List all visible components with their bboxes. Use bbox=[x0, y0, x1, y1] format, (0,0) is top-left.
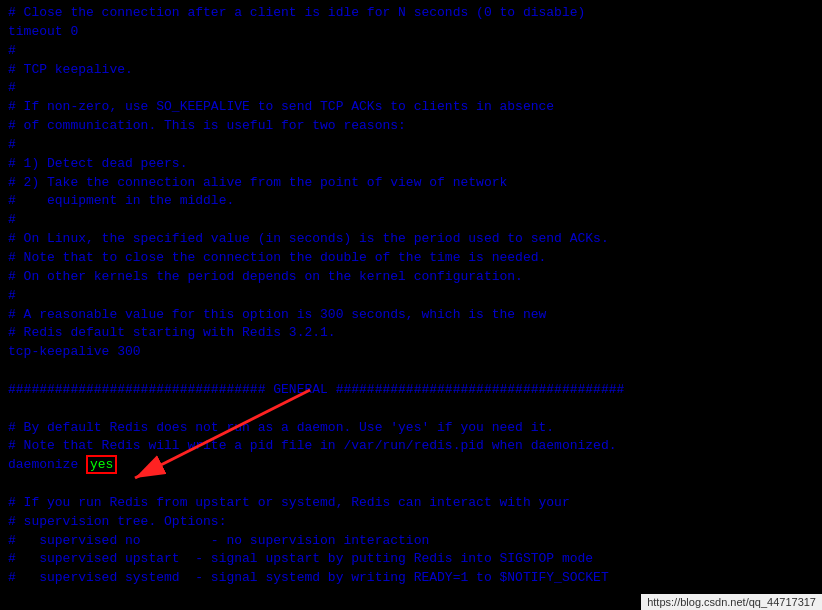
line-4: # TCP keepalive. bbox=[8, 61, 814, 80]
line-8: # bbox=[8, 136, 814, 155]
line-23: # By default Redis does not run as a dae… bbox=[8, 419, 814, 438]
line-29: # supervised upstart - signal upstart by… bbox=[8, 550, 814, 569]
line-5: # bbox=[8, 79, 814, 98]
line-12: # bbox=[8, 211, 814, 230]
line-21: ################################# GENERA… bbox=[8, 381, 814, 400]
daemonize-value: yes bbox=[86, 455, 117, 474]
line-18: # Redis default starting with Redis 3.2.… bbox=[8, 324, 814, 343]
url-bar: https://blog.csdn.net/qq_44717317 bbox=[641, 594, 822, 610]
line-30: # supervised systemd - signal systemd by… bbox=[8, 569, 814, 588]
line-22 bbox=[8, 400, 814, 419]
line-2: timeout 0 bbox=[8, 23, 814, 42]
terminal: # Close the connection after a client is… bbox=[0, 0, 822, 610]
line-24: # Note that Redis will write a pid file … bbox=[8, 437, 814, 456]
line-28: # supervised no - no supervision interac… bbox=[8, 532, 814, 551]
line-6: # If non-zero, use SO_KEEPALIVE to send … bbox=[8, 98, 814, 117]
line-3: # bbox=[8, 42, 814, 61]
url-text: https://blog.csdn.net/qq_44717317 bbox=[647, 596, 816, 608]
line-27: # supervision tree. Options: bbox=[8, 513, 814, 532]
line-9: # 1) Detect dead peers. bbox=[8, 155, 814, 174]
line-10: # 2) Take the connection alive from the … bbox=[8, 174, 814, 193]
line-16: # bbox=[8, 287, 814, 306]
line-7: # of communication. This is useful for t… bbox=[8, 117, 814, 136]
line-19: tcp-keepalive 300 bbox=[8, 343, 814, 362]
line-14: # Note that to close the connection the … bbox=[8, 249, 814, 268]
line-17: # A reasonable value for this option is … bbox=[8, 306, 814, 325]
daemonize-line: daemonize yes bbox=[8, 456, 814, 475]
line-1: # Close the connection after a client is… bbox=[8, 4, 814, 23]
line-25 bbox=[8, 475, 814, 494]
line-26: # If you run Redis from upstart or syste… bbox=[8, 494, 814, 513]
line-20 bbox=[8, 362, 814, 381]
line-13: # On Linux, the specified value (in seco… bbox=[8, 230, 814, 249]
line-15: # On other kernels the period depends on… bbox=[8, 268, 814, 287]
line-11: # equipment in the middle. bbox=[8, 192, 814, 211]
